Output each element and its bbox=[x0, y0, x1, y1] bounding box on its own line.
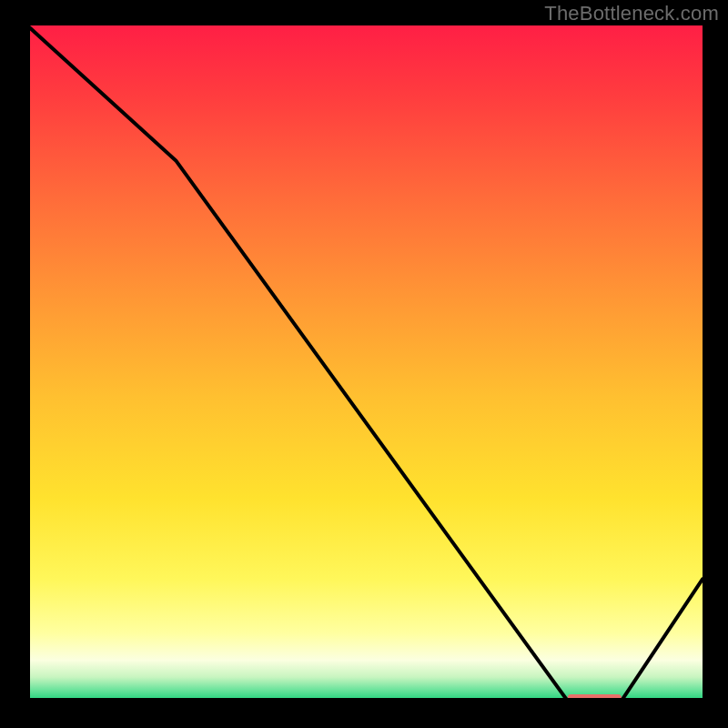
chart-frame: TheBottleneck.com bbox=[0, 0, 728, 728]
bottleneck-chart bbox=[0, 0, 728, 728]
heat-gradient bbox=[27, 25, 703, 701]
watermark-text: TheBottleneck.com bbox=[544, 2, 719, 25]
